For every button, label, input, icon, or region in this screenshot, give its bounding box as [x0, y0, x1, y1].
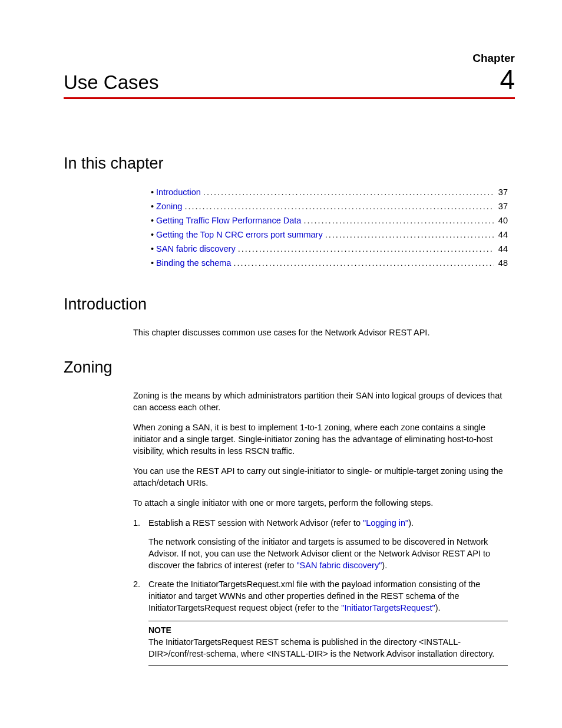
paragraph: To attach a single initiator with one or…: [133, 497, 508, 509]
list-body: Create the InitiatorTargetsRequest.xml f…: [148, 578, 508, 614]
introduction-body: This chapter discusses common use cases …: [133, 327, 508, 338]
ordered-list-item: 2. Create the InitiatorTargetsRequest.xm…: [133, 578, 508, 614]
paragraph: Zoning is the means by which administrat…: [133, 390, 508, 413]
toc-item: • Binding the schema 48: [151, 256, 508, 271]
toc-leader-dots: [301, 214, 494, 228]
paragraph: You can use the REST API to carry out si…: [133, 465, 508, 489]
toc-leader-dots: [201, 186, 494, 200]
bullet-icon: •: [151, 186, 154, 200]
chapter-number: 4: [500, 66, 515, 93]
toc-link-zoning[interactable]: Zoning: [156, 200, 182, 214]
paragraph: When zoning a SAN, it is best to impleme…: [133, 421, 508, 457]
list-sub-paragraph: The network consisting of the initiator …: [148, 536, 508, 571]
toc-page-number: 40: [494, 214, 508, 228]
toc-item: • Introduction 37: [151, 186, 508, 200]
section-heading-zoning: Zoning: [64, 358, 515, 377]
paragraph: This chapter discusses common use cases …: [133, 327, 508, 338]
section-heading-in-this-chapter: In this chapter: [64, 154, 515, 173]
toc-leader-dots: [323, 228, 494, 242]
toc-item: • Zoning 37: [151, 200, 508, 214]
link-logging-in[interactable]: "Logging in": [363, 518, 408, 528]
text-run: ).: [408, 518, 414, 528]
toc-page-number: 44: [494, 242, 508, 256]
note-body: The InitiatorTargetsRequest REST schema …: [148, 637, 508, 660]
ordered-list-item: 1. Establish a REST session with Network…: [133, 517, 508, 571]
list-number: 2.: [133, 578, 148, 614]
bullet-icon: •: [151, 200, 154, 214]
note-label: NOTE: [148, 625, 508, 636]
toc-leader-dots: [231, 256, 494, 271]
toc-link-binding-schema[interactable]: Binding the schema: [156, 256, 231, 271]
bullet-icon: •: [151, 256, 154, 271]
toc-item: • Getting Traffic Flow Performance Data …: [151, 214, 508, 228]
bullet-icon: •: [151, 242, 154, 256]
bullet-icon: •: [151, 228, 154, 242]
chapter-title-row: Use Cases 4: [64, 66, 515, 99]
toc-link-top-n-crc[interactable]: Getting the Top N CRC errors port summar…: [156, 228, 323, 242]
toc-link-san-fabric[interactable]: SAN fabric discovery: [156, 242, 236, 256]
link-initiator-targets-request[interactable]: "InitiatorTargetsRequest": [341, 603, 435, 612]
toc-page-number: 37: [494, 186, 508, 200]
text-run: Establish a REST session with Network Ad…: [148, 518, 363, 528]
toc-leader-dots: [236, 242, 494, 256]
chapter-label: Chapter: [64, 52, 515, 65]
toc-link-introduction[interactable]: Introduction: [156, 186, 201, 200]
toc-item: • SAN fabric discovery 44: [151, 242, 508, 256]
section-heading-introduction: Introduction: [64, 295, 515, 314]
table-of-contents: • Introduction 37 • Zoning 37 • Getting …: [151, 186, 508, 271]
text-run: ).: [435, 603, 441, 612]
toc-item: • Getting the Top N CRC errors port summ…: [151, 228, 508, 242]
page-content: Chapter Use Cases 4 In this chapter • In…: [0, 0, 562, 701]
toc-link-traffic-flow[interactable]: Getting Traffic Flow Performance Data: [156, 214, 301, 228]
link-san-fabric-discovery[interactable]: "SAN fabric discovery": [296, 561, 382, 570]
zoning-body: Zoning is the means by which administrat…: [133, 390, 508, 614]
text-run: ).: [382, 561, 387, 570]
toc-leader-dots: [182, 200, 494, 214]
toc-page-number: 48: [494, 256, 508, 271]
note-block: NOTE The InitiatorTargetsRequest REST sc…: [148, 621, 508, 666]
chapter-title: Use Cases: [64, 71, 158, 94]
list-body: Establish a REST session with Network Ad…: [148, 517, 508, 571]
bullet-icon: •: [151, 214, 154, 228]
toc-page-number: 44: [494, 228, 508, 242]
list-number: 1.: [133, 517, 148, 571]
toc-page-number: 37: [494, 200, 508, 214]
